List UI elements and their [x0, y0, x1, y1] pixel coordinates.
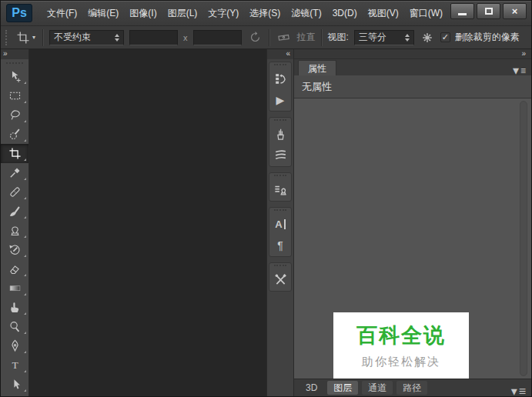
paragraph-panel-button[interactable]: ¶: [269, 235, 291, 255]
play-icon: ▶: [276, 95, 285, 105]
crop-settings-button[interactable]: [420, 32, 435, 44]
panel-group-grip[interactable]: [274, 209, 286, 212]
separator: [42, 29, 44, 46]
move-tool-icon: [8, 70, 22, 83]
tool-dodge[interactable]: [1, 317, 28, 336]
right-panel-dock: » 属性 ▾ ≡ 无属性 百科全说 助你轻松解决 3D 图层 通道: [294, 49, 531, 396]
panel-group-grip[interactable]: [274, 119, 286, 122]
menu-select[interactable]: 选择(S): [244, 1, 286, 26]
panel-group-tool-presets: [269, 262, 292, 292]
brush-strokes-icon: [273, 148, 288, 162]
tool-eyedropper[interactable]: [1, 163, 28, 182]
svg-text:T: T: [12, 359, 18, 371]
menu-image[interactable]: 图像(I): [124, 1, 162, 26]
crop-icon: [16, 31, 30, 45]
canvas-area[interactable]: [29, 49, 267, 396]
menu-file[interactable]: 文件(F): [42, 1, 82, 26]
panel-icon-strip: « ▶: [267, 49, 294, 396]
menu-window[interactable]: 窗口(W): [404, 1, 448, 26]
menu-layer[interactable]: 图层(L): [162, 1, 203, 26]
delete-cropped-pixels-label: 删除裁剪的像素: [455, 31, 520, 44]
crop-tool-icon: [8, 147, 22, 160]
flyout-indicator: [24, 293, 26, 295]
tool-history-brush[interactable]: [1, 240, 28, 259]
minimize-button[interactable]: [450, 3, 474, 19]
crop-ratio-dropdown[interactable]: 不受约束: [49, 30, 124, 45]
panel-group-grip[interactable]: [274, 64, 286, 67]
tools-panel-collapse-button[interactable]: »: [1, 49, 28, 59]
actions-panel-button[interactable]: ▶: [269, 89, 291, 110]
panel-strip-expand-button[interactable]: «: [267, 49, 293, 59]
tab-properties[interactable]: 属性: [298, 60, 336, 75]
tool-presets-panel-button[interactable]: [269, 269, 291, 290]
tool-type[interactable]: T: [1, 355, 28, 375]
tool-quick-selection[interactable]: [1, 125, 28, 144]
tool-clone-stamp[interactable]: [1, 221, 28, 240]
crop-width-field[interactable]: [129, 30, 178, 45]
options-bar-grip[interactable]: [5, 30, 8, 45]
rotate-icon: [249, 31, 262, 44]
crossed-tools-icon: [273, 272, 288, 287]
tool-smudge[interactable]: [1, 298, 28, 317]
tool-brush[interactable]: [1, 202, 28, 221]
delete-cropped-pixels-checkbox[interactable]: ✓: [440, 32, 450, 42]
menu-3d[interactable]: 3D(D): [327, 1, 363, 26]
close-button[interactable]: ×: [503, 3, 527, 19]
lasso-tool-icon: [8, 108, 22, 122]
tool-path-selection[interactable]: [1, 375, 28, 394]
flyout-indicator: [24, 178, 26, 180]
tool-pen[interactable]: [1, 336, 28, 355]
tab-3d[interactable]: 3D: [299, 381, 323, 395]
menu-filter[interactable]: 滤镜(T): [286, 1, 326, 26]
crop-height-field[interactable]: [193, 30, 242, 45]
tools-panel: »: [1, 49, 29, 396]
flyout-indicator: [24, 82, 26, 84]
menu-view[interactable]: 视图(V): [363, 1, 404, 26]
tool-lasso[interactable]: [1, 105, 28, 125]
tool-preset-picker[interactable]: ▾: [15, 31, 37, 45]
delete-cropped-pixels-option: ✓ 删除裁剪的像素: [440, 31, 528, 44]
tab-layers[interactable]: 图层: [327, 381, 358, 395]
history-panel-button[interactable]: [269, 68, 291, 89]
tab-channels[interactable]: 通道: [362, 381, 393, 395]
straighten-label: 拉直: [297, 31, 316, 44]
no-properties-message: 无属性: [294, 75, 531, 98]
brush-presets-panel-button[interactable]: [269, 145, 291, 165]
menu-type[interactable]: 文字(Y): [202, 1, 244, 26]
flyout-indicator: [24, 158, 26, 161]
overlay-view-value: 三等分: [359, 31, 402, 44]
layers-tab-bar: 3D 图层 通道 路径 ▾ ≡: [294, 379, 531, 396]
tool-gradient[interactable]: [1, 279, 28, 298]
panel-dock-collapse-button[interactable]: »: [294, 49, 531, 59]
eyedropper-tool-icon: [8, 166, 22, 179]
panel-group-type: A ¶: [269, 207, 292, 257]
gradient-tool-icon: [8, 282, 22, 295]
clone-source-panel-button[interactable]: [269, 179, 291, 200]
double-arrow-right-icon: »: [3, 49, 8, 58]
panel-group-grip[interactable]: [274, 265, 286, 268]
panel-group-grip[interactable]: [274, 175, 286, 178]
straighten-level-icon: [277, 31, 290, 44]
character-panel-button[interactable]: A: [269, 214, 291, 235]
tools-panel-grip[interactable]: [6, 62, 23, 65]
tool-spot-healing[interactable]: [1, 182, 28, 202]
history-brush-tool-icon: [8, 243, 22, 256]
scrollbar[interactable]: [520, 101, 527, 376]
maximize-button[interactable]: [477, 3, 500, 19]
menu-edit[interactable]: 编辑(E): [82, 1, 124, 26]
tool-move[interactable]: [1, 67, 28, 86]
swap-rotate-button[interactable]: [247, 31, 263, 44]
path-selection-tool-icon: [8, 378, 22, 391]
tool-marquee[interactable]: [1, 86, 28, 105]
crop-ratio-value: 不受约束: [54, 31, 112, 44]
properties-panel-menu-button[interactable]: ▾ ≡: [513, 63, 526, 78]
overlay-view-dropdown[interactable]: 三等分: [354, 30, 414, 45]
tool-eraser[interactable]: [1, 259, 28, 279]
flyout-indicator: [24, 139, 26, 142]
tab-paths[interactable]: 路径: [396, 381, 427, 395]
menu-lines-icon: ≡: [519, 385, 526, 397]
layers-panel-menu-button[interactable]: ▾ ≡: [511, 384, 526, 397]
brush-panel-button[interactable]: [269, 124, 291, 145]
straighten-button[interactable]: [276, 31, 292, 44]
tool-crop[interactable]: [1, 144, 28, 163]
